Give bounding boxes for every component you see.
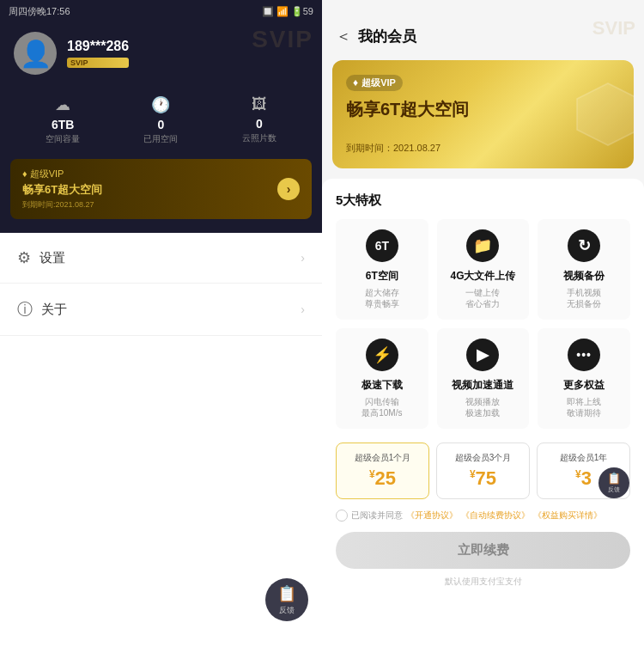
feature-backup-name: 视频备份 — [563, 269, 605, 284]
feature-download-icon: ⚡ — [366, 339, 398, 371]
plan-1year[interactable]: 超级会员1年 ¥3 📋 反馈 — [537, 443, 630, 499]
about-menu-item[interactable]: ⓘ 关于 › — [0, 284, 322, 336]
plan-3month[interactable]: 超级会员3个月 ¥75 — [436, 443, 530, 499]
status-right: 🔲 📶 🔋59 — [262, 6, 313, 17]
settings-label-row: ⚙ 设置 — [17, 248, 65, 267]
hex-decoration — [574, 80, 634, 149]
buy-button[interactable]: 立即续费 — [336, 532, 630, 569]
plan-feedback-label: 反馈 — [608, 485, 620, 494]
plan-3month-name: 超级会员3个月 — [455, 452, 512, 464]
plan-1year-price: ¥3 — [575, 467, 592, 490]
plan-feedback-btn[interactable]: 📋 反馈 — [598, 467, 629, 498]
feature-6t: 6T 6T空间 超大储存尊贵畅享 — [336, 219, 428, 320]
feature-video-desc: 视频播放极速加载 — [465, 396, 500, 418]
stat-used: 🕐 0 已用空间 — [112, 95, 210, 145]
clock-icon: 🕐 — [151, 95, 170, 114]
feature-more: ••• 更多权益 即将上线敬请期待 — [538, 328, 630, 429]
agree-checkbox[interactable] — [336, 510, 348, 522]
user-avatar-icon: 👤 — [20, 39, 52, 69]
feature-6t-desc: 超大储存尊贵畅享 — [365, 287, 399, 309]
feedback-button[interactable]: 📋 反馈 — [265, 578, 308, 621]
pay-method-label: 默认使用支付宝支付 — [336, 576, 630, 588]
settings-chevron-icon: › — [301, 251, 305, 265]
features-grid: 6T 6T空间 超大储存尊贵畅享 📁 4G大文件上传 一键上传省心省力 ↻ 视频… — [336, 219, 630, 429]
feature-more-name: 更多权益 — [563, 378, 605, 393]
feature-backup-desc: 手机视频无损备份 — [567, 287, 601, 309]
plan-3month-price: ¥75 — [470, 467, 496, 490]
feedback-icon: 📋 — [277, 584, 296, 603]
feature-backup: ↻ 视频备份 手机视频无损备份 — [538, 219, 630, 320]
plan-feedback-icon: 📋 — [607, 472, 621, 485]
username: 189***286 — [67, 39, 129, 54]
diamond-icon: ♦ — [353, 76, 358, 89]
profile-section: 👤 189***286 SVIP — [0, 21, 322, 89]
stat-photos: 🖼 0 云照片数 — [210, 95, 308, 145]
avatar: 👤 — [14, 32, 57, 75]
back-button[interactable]: ＜ — [336, 26, 351, 46]
page-title: 我的会员 — [358, 27, 416, 46]
user-info: 189***286 SVIP — [67, 39, 129, 68]
stat-used-value: 0 — [158, 118, 165, 131]
vip-membership-card: ♦ 超级VIP 畅享6T超大空间 到期时间：2021.08.27 — [332, 60, 634, 168]
settings-menu-item[interactable]: ⚙ 设置 › — [0, 233, 322, 284]
right-panel: ＜ 我的会员 SVIP ♦ 超级VIP 畅享6T超大空间 到期时间：2021.0… — [322, 0, 644, 647]
feature-upload-icon: 📁 — [466, 229, 499, 262]
features-section-title: 5大特权 — [336, 192, 630, 209]
about-icon: ⓘ — [17, 299, 33, 320]
stat-storage: ☁ 6TB 空间容量 — [14, 95, 112, 145]
svip-badge: SVIP — [67, 58, 129, 68]
feature-video-name: 视频加速通道 — [452, 378, 513, 393]
cloud-icon: ☁ — [55, 95, 70, 114]
vip-expire: 到期时间:2021.08.27 — [22, 199, 102, 211]
right-content: 5大特权 6T 6T空间 超大储存尊贵畅享 📁 4G大文件上传 一键上传省心省力 — [322, 179, 644, 648]
feature-upload-desc: 一键上传省心省力 — [465, 287, 500, 309]
plan-1month-price: ¥25 — [369, 467, 396, 490]
feature-6t-icon: 6T — [366, 229, 398, 262]
feature-more-desc: 即将上线敬请期待 — [567, 396, 601, 418]
svg-marker-0 — [577, 83, 634, 145]
agree-text-label: 已阅读并同意 — [351, 510, 403, 522]
about-label: 关于 — [41, 302, 67, 318]
vip-banner-tag: ♦ 超级VIP — [22, 168, 102, 180]
status-bar: 周四傍晚17:56 🔲 📶 🔋59 — [0, 0, 322, 21]
about-chevron-icon: › — [301, 302, 305, 316]
vip-banner-info: ♦ 超级VIP 畅享6T超大空间 到期时间:2021.08.27 — [22, 168, 102, 211]
feature-download-name: 极速下载 — [361, 378, 403, 393]
svip-watermark-right: SVIP — [592, 17, 635, 40]
plans-row: 超级会员1个月 ¥25 超级会员3个月 ¥75 超级会员1年 ¥3 📋 反馈 — [336, 443, 630, 499]
settings-icon: ⚙ — [17, 248, 31, 267]
stat-storage-value: 6TB — [52, 118, 74, 131]
plan-1month[interactable]: 超级会员1个月 ¥25 — [336, 443, 429, 499]
photo-icon: 🖼 — [252, 95, 267, 113]
stat-used-label: 已用空间 — [143, 133, 178, 145]
status-time: 周四傍晚17:56 — [9, 5, 70, 18]
vip-banner-text: 畅享6T超大空间 — [22, 182, 102, 198]
vip-card-tag: ♦ 超级VIP — [346, 75, 403, 91]
feature-upload: 📁 4G大文件上传 一键上传省心省力 — [437, 219, 530, 320]
feature-6t-name: 6T空间 — [366, 269, 398, 284]
settings-label: 设置 — [39, 250, 65, 266]
vip-card-tag-text: 超级VIP — [361, 76, 396, 89]
feature-video: ▶ 视频加速通道 视频播放极速加载 — [437, 328, 530, 429]
feature-download-desc: 闪电传输最高10M/s — [361, 396, 402, 418]
stat-photos-value: 0 — [256, 117, 263, 131]
right-header: ＜ 我的会员 SVIP — [322, 0, 644, 53]
stat-photos-label: 云照片数 — [242, 132, 276, 144]
agree-row: 已阅读并同意 《开通协议》 《自动续费协议》 《权益购买详情》 — [336, 510, 630, 522]
agree-link-auto[interactable]: 《自动续费协议》 — [461, 510, 530, 522]
feedback-label: 反馈 — [279, 605, 295, 616]
left-panel: 周四傍晚17:56 🔲 📶 🔋59 SVIP 👤 189***286 SVIP … — [0, 0, 322, 647]
stats-row: ☁ 6TB 空间容量 🕐 0 已用空间 🖼 0 云照片数 — [0, 89, 322, 159]
agree-link-details[interactable]: 《权益购买详情》 — [533, 510, 602, 522]
plan-1month-name: 超级会员1个月 — [355, 452, 411, 464]
stat-storage-label: 空间容量 — [46, 133, 80, 145]
plan-1year-name: 超级会员1年 — [560, 452, 608, 464]
feature-more-icon: ••• — [568, 339, 600, 371]
feature-download: ⚡ 极速下载 闪电传输最高10M/s — [336, 328, 428, 429]
vip-banner[interactable]: ♦ 超级VIP 畅享6T超大空间 到期时间:2021.08.27 › — [10, 159, 312, 219]
feature-backup-icon: ↻ — [568, 229, 600, 262]
about-label-row: ⓘ 关于 — [17, 299, 67, 320]
feature-video-icon: ▶ — [466, 339, 499, 371]
agree-link-open[interactable]: 《开通协议》 — [406, 510, 458, 522]
vip-arrow-icon[interactable]: › — [277, 178, 300, 200]
